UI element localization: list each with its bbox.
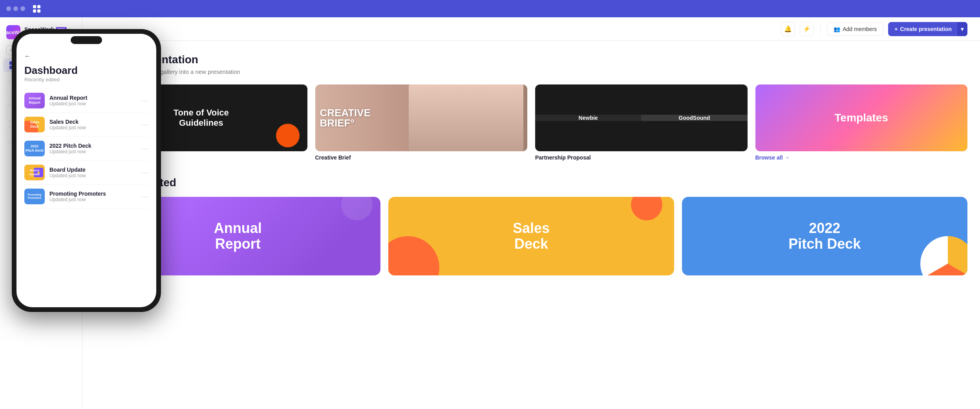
sidebar-section-add-btn-3[interactable]: + <box>6 127 76 143</box>
recently-edited-title: Recently edited <box>95 176 967 189</box>
recent-card-sales-deck[interactable]: SalesDeck <box>388 197 674 275</box>
create-section-subtitle: Turn any template in our gallery into a … <box>95 68 967 75</box>
sidebar-section-add-btn-2[interactable]: + <box>6 104 76 120</box>
annual-report-text: AnnualReport <box>214 220 262 251</box>
add-members-button[interactable]: 👥 Add members <box>827 22 883 36</box>
template-name-tone-of-voice: Tone of Voice <box>95 154 307 161</box>
traffic-light-minimize[interactable] <box>13 6 18 11</box>
browse-all-link[interactable]: Browse all → <box>755 154 968 161</box>
add-members-icon: 👥 <box>834 26 840 32</box>
templates-thumb: Templates <box>755 84 968 151</box>
traffic-light-maximize[interactable] <box>20 6 25 11</box>
sales-deck-text: SalesDeck <box>513 220 550 251</box>
sidebar-add-button[interactable]: + <box>6 46 16 55</box>
bell-icon: 🔔 <box>784 25 792 33</box>
workspace-name: SpaceWork PRO ▾ <box>24 26 76 33</box>
main-content: 🔔 ⚡ 👥 Add members + Create presentation … <box>82 17 980 409</box>
create-presentation-button[interactable]: + Create presentation ▾ <box>888 22 967 36</box>
cb-person-photo <box>409 84 523 151</box>
tmpl-text: Templates <box>835 112 888 124</box>
tone-of-voice-thumb: Tone of VoiceGuidelines <box>95 84 307 151</box>
template-card-templates[interactable]: Templates Browse all → <box>755 84 968 161</box>
template-card-creative-brief[interactable]: CREATIVEBRIEF° Creative Brief <box>315 84 528 161</box>
ar-circle2 <box>341 197 373 220</box>
cb-text: CREATIVEBRIEF° <box>320 108 371 128</box>
create-section-title: Create presentation <box>95 53 967 66</box>
sidebar-header: SpaceWork SpaceWork PRO ▾ Cici Frasier <box>0 22 82 46</box>
lightning-icon: ⚡ <box>803 25 811 33</box>
creative-brief-thumb: CREATIVEBRIEF° <box>315 84 528 151</box>
dashboard-icon <box>9 61 17 69</box>
template-name-creative-brief: Creative Brief <box>315 154 528 161</box>
workspace-user: Cici Frasier <box>24 33 76 38</box>
plus-icon: + <box>894 26 898 32</box>
sd-shape <box>388 236 439 275</box>
pp-right: GoodSound <box>641 115 747 121</box>
recent-card-annual-report[interactable]: AnnualReport <box>95 197 380 275</box>
content-header: 🔔 ⚡ 👥 Add members + Create presentation … <box>82 17 980 41</box>
pp-left: Newbie <box>535 115 641 121</box>
header-divider <box>820 24 821 34</box>
sidebar-section-add-btn-1[interactable]: + <box>6 82 76 98</box>
recent-card-pitch-deck[interactable]: 2022Pitch Deck <box>682 197 967 275</box>
workspace-avatar: SpaceWork <box>6 25 20 39</box>
ar-circle1 <box>95 240 134 275</box>
tov-text: Tone of VoiceGuidelines <box>174 108 229 128</box>
workspace-info: SpaceWork PRO ▾ Cici Frasier <box>24 26 76 38</box>
sidebar-item-dashboard[interactable]: Dashboard <box>3 58 79 72</box>
partnership-proposal-thumb: Newbie GoodSound <box>535 84 748 151</box>
workspace-initials: SpaceWork <box>0 29 27 35</box>
create-presentation-dropdown[interactable]: ▾ <box>956 22 967 36</box>
notifications-button[interactable]: 🔔 <box>781 22 795 36</box>
lightning-button[interactable]: ⚡ <box>800 22 814 36</box>
traffic-light-close[interactable] <box>6 6 11 11</box>
pitch-deck-text: 2022Pitch Deck <box>788 220 861 251</box>
template-card-tone-of-voice[interactable]: Tone of VoiceGuidelines Tone of Voice <box>95 84 307 161</box>
template-name-partnership-proposal: Partnership Proposal <box>535 154 748 161</box>
app-grid-icon[interactable] <box>33 5 40 13</box>
tov-circle-big <box>95 84 134 124</box>
sidebar-add-section-2: + <box>0 103 82 122</box>
tov-circle-small <box>276 124 300 147</box>
templates-grid: Tone of VoiceGuidelines Tone of Voice CR… <box>95 84 967 161</box>
traffic-lights <box>6 6 25 11</box>
template-card-partnership-proposal[interactable]: Newbie GoodSound Partnership Proposal <box>535 84 748 161</box>
sidebar: SpaceWork SpaceWork PRO ▾ Cici Frasier + <box>0 17 82 409</box>
sidebar-add-section-1: + <box>0 80 82 99</box>
sidebar-add-section-3: + <box>0 125 82 144</box>
recently-edited-grid: AnnualReport SalesDeck 2022Pitch Deck <box>95 197 967 275</box>
sd-shape2 <box>631 197 662 220</box>
top-bar <box>0 0 980 17</box>
pro-badge: PRO <box>56 27 67 32</box>
page-body: Create presentation Turn any template in… <box>82 41 980 288</box>
pd-circle <box>920 236 967 275</box>
sidebar-item-dashboard-label: Dashboard <box>21 62 50 68</box>
chevron-down-icon[interactable]: ▾ <box>68 28 70 32</box>
